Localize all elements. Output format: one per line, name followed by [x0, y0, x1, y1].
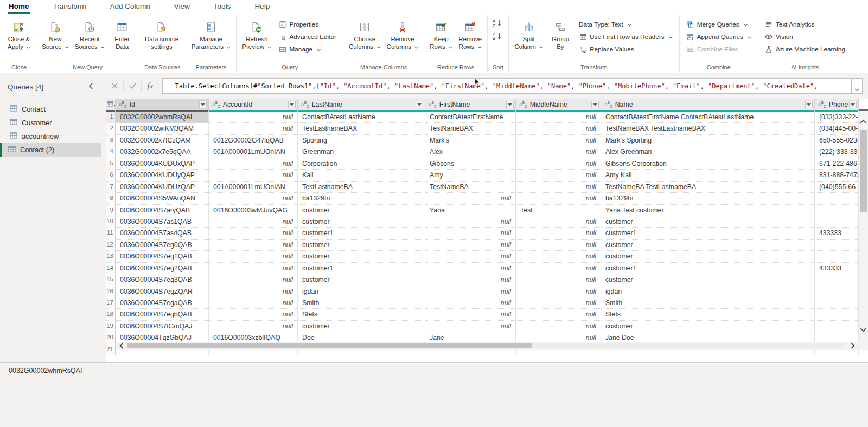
cell-name-row-10[interactable]: customer: [601, 216, 815, 228]
filter-dropdown-firstname[interactable]: [506, 101, 514, 108]
filter-dropdown-accountid[interactable]: [288, 101, 296, 108]
cell-id-row-12[interactable]: 0036O00004S7eg0QAB: [116, 240, 209, 251]
cell-id-row-5[interactable]: 0036O00004KUDUxQAP: [116, 158, 209, 170]
cell-firstname-row-18[interactable]: null: [425, 309, 516, 320]
cell-firstname-row-8[interactable]: null: [425, 193, 516, 204]
cell-phone-row-11[interactable]: 433333: [815, 228, 859, 239]
cell-phone-row-3[interactable]: 650-555-0234: [815, 135, 859, 146]
close-apply-button[interactable]: Close & Apply: [5, 16, 33, 63]
cell-lastname-row-5[interactable]: Corporation: [298, 158, 425, 170]
cell-phone-row-19[interactable]: [815, 321, 859, 332]
cell-name-row-11[interactable]: customer1: [601, 228, 815, 239]
tab-tools[interactable]: Tools: [213, 1, 232, 14]
cell-lastname-row-13[interactable]: customer: [298, 251, 425, 262]
cell-middlename-row-16[interactable]: null: [516, 286, 601, 297]
query-item-accountnew[interactable]: accountnew: [0, 130, 101, 143]
cell-phone-row-7[interactable]: (040)555-66-77: [815, 182, 859, 193]
cell-id-row-13[interactable]: 0036O00004S7eg1QAB: [116, 251, 209, 262]
cell-id-row-16[interactable]: 0036O00004S7egZQAR: [116, 286, 209, 297]
cell-lastname-row-7[interactable]: TestLastnameBA: [298, 182, 425, 193]
vertical-scrollbar[interactable]: [859, 111, 868, 350]
cell-accountid-row-1[interactable]: null: [209, 112, 298, 123]
refresh-preview-button[interactable]: Refresh Preview: [239, 16, 274, 63]
cell-accountid-row-13[interactable]: null: [209, 251, 298, 262]
query-item-contact-2[interactable]: Contact (2): [0, 143, 101, 157]
cell-phone-row-13[interactable]: [815, 251, 859, 262]
cell-middlename-row-19[interactable]: null: [516, 321, 601, 332]
cell-accountid-row-19[interactable]: null: [209, 321, 298, 332]
cell-middlename-row-10[interactable]: null: [516, 216, 601, 228]
choose-columns-button[interactable]: Choose Columns: [346, 16, 384, 63]
cell-lastname-row-17[interactable]: Smith: [298, 297, 425, 309]
commit-formula-button[interactable]: [124, 77, 141, 94]
cell-accountid-row-18[interactable]: null: [209, 309, 298, 320]
sort-az-button[interactable]: AZ: [490, 18, 503, 30]
cancel-formula-button[interactable]: [106, 77, 123, 94]
cell-lastname-row-10[interactable]: customer: [298, 216, 425, 228]
cell-accountid-row-14[interactable]: null: [209, 263, 298, 274]
cell-name-row-3[interactable]: Mark's Sporting: [601, 135, 815, 146]
cell-name-row-18[interactable]: Stets: [601, 309, 815, 320]
cell-middlename-row-6[interactable]: null: [516, 170, 601, 181]
cell-firstname-row-6[interactable]: Amy: [425, 170, 516, 181]
cell-id-row-7[interactable]: 0036O00004KUDUzQAP: [116, 182, 209, 193]
cell-id-row-11[interactable]: 0036O00004S7as4QAB: [116, 228, 209, 239]
filter-dropdown-lastname[interactable]: [416, 101, 423, 108]
cell-firstname-row-15[interactable]: null: [425, 274, 516, 286]
cell-phone-row-10[interactable]: [815, 216, 859, 228]
tab-view[interactable]: View: [173, 1, 191, 14]
cell-id-row-2[interactable]: 0032G00002wiKM3QAM: [116, 123, 209, 134]
tab-home[interactable]: Home: [8, 1, 30, 14]
cell-name-row-1[interactable]: ContactBAtestFirstName ContactBAtestLast…: [601, 112, 815, 123]
formula-expand-button[interactable]: [852, 78, 863, 94]
properties-button[interactable]: Properties: [276, 18, 339, 30]
tab-add-column[interactable]: Add Column: [109, 1, 151, 14]
cell-id-row-10[interactable]: 0036O00004S7as1QAB: [116, 216, 209, 228]
cell-firstname-row-2[interactable]: TestNameBAX: [425, 123, 516, 134]
column-header-lastname[interactable]: ABCLastName: [298, 99, 425, 112]
combine-files-button[interactable]: Combine Files: [684, 43, 754, 55]
cell-firstname-row-14[interactable]: null: [425, 263, 516, 274]
collapse-pane-icon[interactable]: [86, 81, 95, 93]
cell-accountid-row-3[interactable]: 0012G00002G47lqQAB: [209, 135, 298, 146]
cell-firstname-row-16[interactable]: null: [425, 286, 516, 297]
cell-name-row-19[interactable]: customer: [601, 321, 815, 332]
replace-values-button[interactable]: 12Replace Values: [576, 43, 675, 55]
cell-firstname-row-1[interactable]: ContactBAtestFirstName: [425, 112, 516, 123]
cell-middlename-row-8[interactable]: null: [516, 193, 601, 204]
data-type-text-button[interactable]: Data Type: Text: [576, 18, 675, 30]
cell-name-row-12[interactable]: customer: [601, 240, 815, 251]
group-by-button[interactable]: Group By: [546, 16, 575, 63]
cell-firstname-row-9[interactable]: Yana: [425, 205, 516, 216]
merge-queries-button[interactable]: Merge Queries: [684, 18, 754, 30]
new-source-button[interactable]: New Source: [39, 16, 72, 63]
enter-data-button[interactable]: Enter Data: [108, 16, 136, 63]
cell-accountid-row-5[interactable]: null: [209, 158, 298, 170]
column-header-id[interactable]: ABCId: [116, 99, 209, 112]
column-header-name[interactable]: ABCName: [601, 99, 815, 112]
cell-phone-row-5[interactable]: 671-222-4867: [815, 158, 859, 170]
cell-firstname-row-13[interactable]: null: [425, 251, 516, 262]
recent-sources-button[interactable]: Recent Sources: [72, 16, 107, 63]
column-header-middlename[interactable]: ABCMiddleName: [516, 99, 601, 112]
cell-name-row-16[interactable]: igdan: [601, 286, 815, 297]
cell-lastname-row-2[interactable]: TestLastnameBAX: [298, 123, 425, 134]
cell-accountid-row-2[interactable]: null: [209, 123, 298, 134]
cell-lastname-row-18[interactable]: Stets: [298, 309, 425, 320]
cell-id-row-15[interactable]: 0036O00004S7eg3QAB: [116, 274, 209, 286]
cell-phone-row-2[interactable]: (034)445-00-77: [815, 123, 859, 134]
filter-dropdown-id[interactable]: [199, 101, 207, 108]
query-item-customer[interactable]: Customer: [0, 116, 101, 130]
vertical-scroll-thumb[interactable]: [860, 130, 867, 212]
cell-middlename-row-2[interactable]: null: [516, 123, 601, 134]
use-first-row-as-headers-button[interactable]: Use First Row as Headers: [576, 31, 675, 42]
cell-id-row-14[interactable]: 0036O00004S7eg2QAB: [116, 263, 209, 274]
cell-middlename-row-9[interactable]: Test: [516, 205, 601, 216]
horizontal-scroll-thumb[interactable]: [127, 343, 532, 348]
cell-lastname-row-4[interactable]: Greenman: [298, 146, 425, 158]
cell-firstname-row-19[interactable]: null: [425, 321, 516, 332]
filter-dropdown-middlename[interactable]: [591, 101, 599, 108]
cell-lastname-row-19[interactable]: customer: [298, 321, 425, 332]
data-source-settings-button[interactable]: Data source settings: [142, 16, 181, 63]
keep-rows-button[interactable]: Keep Rows: [427, 16, 455, 63]
